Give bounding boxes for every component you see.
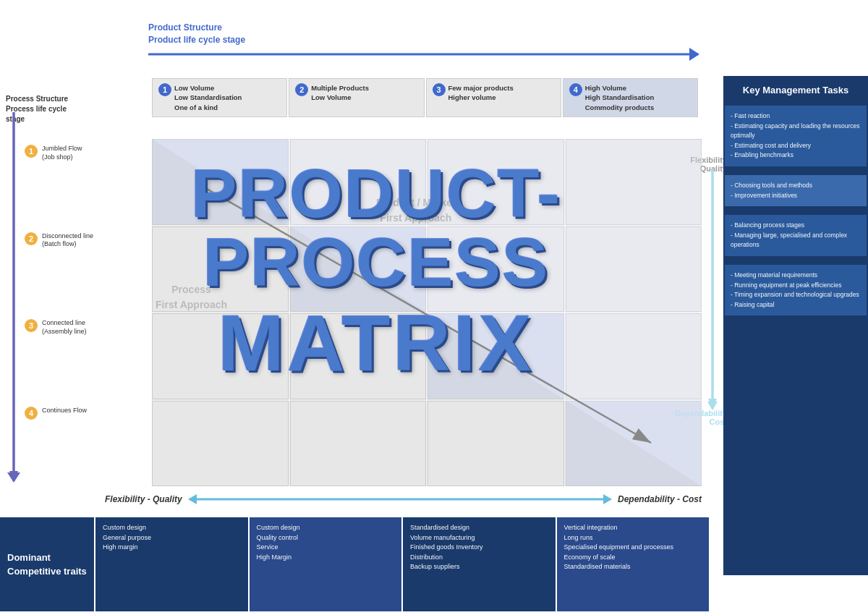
bottom-axis-right-label: Dependability - Cost — [618, 494, 702, 504]
row-label-3: 3 Connected line(Assembly line) — [22, 313, 152, 399]
product-structure-label: Product Structure — [148, 22, 698, 34]
competitive-title-text: DominantCompetitive traits — [7, 551, 87, 579]
right-panel: Key Management Tasks - Fast reaction - E… — [723, 76, 868, 575]
product-structure-arrow: Product Structure Product life cycle sta… — [148, 22, 698, 61]
cell-4-1 — [152, 401, 289, 487]
col-header-4: 4 High VolumeHigh StandardisationCommodi… — [563, 78, 698, 117]
col-num-1: 1 — [158, 83, 171, 96]
panel-gap-1 — [725, 168, 867, 174]
competitive-cell-3: Standardised designVolume manufacturingF… — [403, 517, 556, 611]
cell-3-1 — [152, 313, 289, 399]
col-num-4: 4 — [569, 83, 582, 96]
panel-gap-2 — [725, 208, 867, 213]
cell-2-2 — [290, 226, 427, 313]
svg-marker-1 — [9, 471, 18, 481]
cell-2-1 — [152, 226, 289, 313]
top-arrow-line — [148, 48, 698, 61]
cell-3-3 — [427, 313, 564, 399]
row-num-4: 4 — [25, 407, 38, 420]
col-header-2: 2 Multiple ProductsLow Volume — [289, 78, 424, 117]
panel-gap-3 — [725, 258, 867, 263]
right-vertical-arrow — [705, 170, 720, 409]
column-headers: 1 Low VolumeLow StandardisationOne of a … — [152, 78, 698, 117]
competitive-cell-3-text: Standardised designVolume manufacturingF… — [410, 523, 548, 572]
cell-3-2 — [290, 313, 427, 399]
dependability-cost-label: DependabilityCost — [675, 409, 727, 426]
cell-4-2 — [290, 401, 427, 487]
competitive-cell-1: Custom designGeneral purposeHigh margin — [95, 517, 248, 611]
row-labels: 1 Jumbled Flow(Job shop) 2 Disconnected … — [22, 139, 152, 486]
grid — [152, 139, 702, 486]
cell-4-3 — [427, 401, 564, 487]
right-panel-section-1: - Fast reaction - Estimating capacity an… — [725, 106, 867, 166]
cell-1-2 — [290, 139, 427, 225]
row-label-1-text: Jumbled Flow(Job shop) — [42, 145, 82, 161]
cell-1-3 — [427, 139, 564, 225]
cell-1-4 — [566, 139, 702, 225]
cell-3-4 — [566, 313, 702, 399]
col-header-3-text: Few major productsHigher volume — [448, 83, 514, 103]
row-num-2: 2 — [25, 232, 38, 245]
bottom-competitive-section: DominantCompetitive traits Custom design… — [0, 517, 709, 611]
cell-2-4 — [566, 226, 702, 313]
col-header-3: 3 Few major productsHigher volume — [426, 78, 561, 117]
row-label-4: 4 Continues Flow — [22, 401, 152, 487]
col-header-2-text: Multiple ProductsLow Volume — [311, 83, 369, 103]
cell-1-1 — [152, 139, 289, 225]
right-panel-section-4: - Meeting material requirements - Runnin… — [725, 265, 867, 315]
bottom-axis-arrow — [190, 492, 610, 506]
competitive-cell-2: Custom designQuality controlServiceHigh … — [250, 517, 402, 611]
arrow-right-head — [603, 494, 612, 504]
row-label-1: 1 Jumbled Flow(Job shop) — [22, 139, 152, 225]
product-lifecycle-label: Product life cycle stage — [148, 34, 698, 46]
competitive-title: DominantCompetitive traits — [0, 517, 94, 611]
competitive-cell-4: Vertical integrationLong runsSpecialised… — [557, 517, 710, 611]
cell-2-3 — [427, 226, 564, 313]
col-num-3: 3 — [433, 83, 446, 96]
col-num-2: 2 — [295, 83, 308, 96]
row-label-2: 2 Disconnected line(Batch flow) — [22, 226, 152, 313]
col-header-1: 1 Low VolumeLow StandardisationOne of a … — [152, 78, 287, 117]
matrix-body: 1 Jumbled Flow(Job shop) 2 Disconnected … — [22, 139, 702, 486]
svg-marker-7 — [708, 399, 717, 409]
row-label-4-text: Continues Flow — [42, 407, 87, 415]
row-num-3: 3 — [25, 319, 38, 332]
arrow-left-head — [188, 494, 197, 504]
left-arrow — [7, 112, 20, 481]
bottom-axis: Flexibility - Quality Dependability - Co… — [105, 492, 702, 506]
competitive-cell-4-text: Vertical integrationLong runsSpecialised… — [564, 523, 702, 572]
col-header-4-text: High VolumeHigh StandardisationCommodity… — [585, 83, 655, 112]
row-num-1: 1 — [25, 145, 38, 158]
right-panel-section-2: - Choosing tools and methods - Improveme… — [725, 175, 867, 206]
row-label-2-text: Disconnected line(Batch flow) — [42, 232, 93, 249]
right-panel-section-3: - Balancing process stages - Managing la… — [725, 215, 867, 256]
row-label-3-text: Connected line(Assembly line) — [42, 319, 87, 336]
col-header-1-text: Low VolumeLow StandardisationOne of a ki… — [174, 83, 242, 112]
right-panel-title: Key Management Tasks — [723, 76, 868, 104]
main-container: Product Structure Product life cycle sta… — [0, 0, 868, 615]
competitive-cell-2-text: Custom designQuality controlServiceHigh … — [257, 523, 395, 562]
bottom-axis-left-label: Flexibility - Quality — [105, 494, 182, 504]
competitive-cell-1-text: Custom designGeneral purposeHigh margin — [103, 523, 241, 553]
